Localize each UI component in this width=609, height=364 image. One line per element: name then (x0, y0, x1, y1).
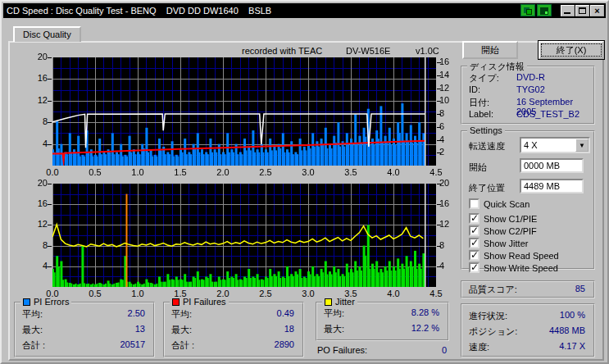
checkbox-icon: ✓ (469, 262, 479, 273)
axis-tick-label: 8 (28, 116, 48, 126)
pi-failures-legend-icon (172, 298, 180, 306)
chevron-down-icon[interactable]: ▼ (575, 139, 589, 152)
graph-icon-button[interactable] (520, 4, 535, 16)
axis-tick-label: 1.0 (128, 167, 148, 177)
pi-failures-jitter-chart (52, 184, 436, 287)
axis-tick-label: 4 (28, 139, 48, 148)
exit-button[interactable]: 終了(X) (539, 41, 604, 59)
axis-tick-label: 4.0 (384, 167, 403, 177)
pi-errors-avg: 2.50 (128, 308, 145, 321)
axis-tick-label: 12 (28, 95, 48, 105)
po-failures-value: 0 (442, 345, 447, 355)
checkbox-show-c2-pif[interactable]: ✓ Show C2/PIF (469, 225, 537, 236)
checkbox-show-read-speed[interactable]: ✓ Show Read Speed (469, 250, 559, 261)
pi-errors-max: 13 (135, 324, 145, 336)
axis-tick-label: 16 (439, 198, 459, 208)
position-value: 4488 MB (549, 325, 585, 338)
disc-type-label: タイプ: (469, 72, 499, 84)
axis-tick-label: 2 (439, 147, 459, 157)
speed-combobox[interactable]: 4 X ▼ (520, 137, 590, 153)
checkbox-icon: ✓ (469, 238, 479, 248)
jitter-max: 12.2 % (411, 323, 439, 335)
axis-tick-label: 4.5 (426, 289, 446, 298)
axis-tick-label: 12 (28, 219, 48, 229)
pi-errors-stats-box: PI Errors 平均:2.50 最大:13 合計 :20517 (14, 302, 155, 357)
axis-tick-label: 1.0 (128, 289, 148, 298)
axis-tick-label: 8 (28, 240, 48, 250)
axis-tick-label: 2.5 (256, 289, 275, 298)
axis-tick-mark (48, 184, 52, 184)
titlebar: CD Speed : Disc Quality Test - BENQ DVD … (3, 3, 606, 18)
end-pos-field[interactable]: 4489 MB (520, 179, 584, 193)
axis-tick-label: 8 (439, 240, 459, 250)
pi-failures-avg: 0.49 (277, 308, 294, 321)
settings-groupbox: Settings 転送速度 4 X ▼ 開始 0000 MB 終了位置 4489… (461, 130, 595, 270)
pi-failures-stats-box: PI Failures 平均:0.49 最大:18 合計 :2890 (163, 302, 304, 357)
minimize-button[interactable] (561, 5, 575, 16)
axis-tick-label: 4.0 (384, 289, 403, 298)
jitter-stats-box: Jitter 平均:8.28 % 最大:12.2 % (316, 302, 449, 341)
checkbox-show-c1-pie[interactable]: ✓ Show C1/PIE (469, 213, 537, 224)
speed-value: 4 X (521, 140, 575, 150)
start-pos-field[interactable]: 0000 MB (520, 158, 584, 173)
axis-tick-mark (48, 101, 52, 102)
axis-tick-mark (437, 225, 441, 225)
maximize-button[interactable] (575, 5, 589, 16)
pi-failures-legend-label: PI Failures (183, 297, 226, 307)
maximize-icon (579, 7, 586, 14)
axis-tick-label: 0.5 (85, 167, 105, 177)
axis-tick-mark (437, 204, 441, 205)
axis-tick-label: 4 (28, 261, 48, 271)
axis-tick-mark (48, 204, 52, 205)
disc-label-label: Label: (469, 109, 493, 119)
checkbox-quick-scan[interactable]: ✓ Quick Scan (469, 198, 529, 209)
po-failures-row: PO Failures: 0 (317, 345, 447, 355)
axis-tick-label: 20 (28, 52, 48, 61)
disc-id-value: TYG02 (516, 84, 545, 94)
axis-tick-mark (48, 122, 52, 123)
end-pos-label: 終了位置 (469, 182, 505, 194)
axis-tick-label: 1.5 (170, 167, 190, 177)
recorder-drive-text: DV-W516E (346, 46, 390, 56)
disc-info-groupbox: ディスク情報 タイプ:DVD-R ID:TYG02 日付:16 Septembe… (461, 66, 595, 125)
jitter-legend-label: Jitter (335, 297, 355, 307)
close-button[interactable]: × (590, 5, 604, 16)
pi-errors-chart (52, 57, 436, 166)
speed-stat-label: 速度: (469, 341, 489, 353)
checkbox-show-write-speed[interactable]: ✓ Show Write Speed (469, 262, 558, 273)
checkbox-icon: ✓ (469, 250, 479, 261)
axis-tick-label: 16 (28, 198, 48, 208)
checkbox-icon: ✓ (469, 213, 479, 224)
pi-failures-total: 2890 (275, 339, 294, 352)
axis-tick-label: 3.0 (298, 289, 318, 298)
axis-tick-mark (437, 266, 441, 267)
axis-tick-mark (437, 152, 441, 153)
axis-tick-mark (437, 114, 441, 115)
axis-tick-mark (437, 184, 441, 184)
pi-errors-legend-label: PI Errors (34, 297, 69, 307)
axis-tick-label: 3.5 (341, 167, 361, 177)
quality-score-label: 品質スコア: (469, 284, 517, 296)
axis-tick-mark (48, 225, 52, 225)
tab-label: Disc Quality (23, 30, 71, 39)
axis-tick-label: 16 (439, 57, 459, 66)
checkbox-icon: ✓ (469, 198, 479, 209)
start-button[interactable]: 開始 (462, 41, 518, 59)
axis-tick-label: 14 (439, 70, 459, 80)
app-window: CD Speed : Disc Quality Test - BENQ DVD … (0, 0, 609, 364)
axis-tick-label: 4 (439, 261, 459, 271)
drive-icon-button[interactable] (537, 4, 552, 16)
progress-label: 進行状況: (469, 310, 507, 322)
minimize-icon (564, 12, 570, 14)
axis-tick-label: 0.0 (43, 167, 62, 177)
recorded-with-text: recorded with TEAC (242, 46, 322, 56)
axis-tick-label: 12 (439, 83, 459, 93)
tab-disc-quality[interactable]: Disc Quality (13, 26, 81, 42)
checkbox-show-jitter[interactable]: ✓ Show Jitter (469, 238, 528, 248)
progress-box: 進行状況: 100 % ポジション: 4488 MB 速度: 4.17 X (461, 303, 595, 357)
axis-tick-label: 3.0 (298, 167, 318, 177)
axis-tick-mark (437, 246, 441, 247)
po-failures-label: PO Failures: (317, 345, 367, 355)
axis-tick-label: 10 (439, 95, 459, 105)
pi-failures-max: 18 (284, 324, 294, 336)
